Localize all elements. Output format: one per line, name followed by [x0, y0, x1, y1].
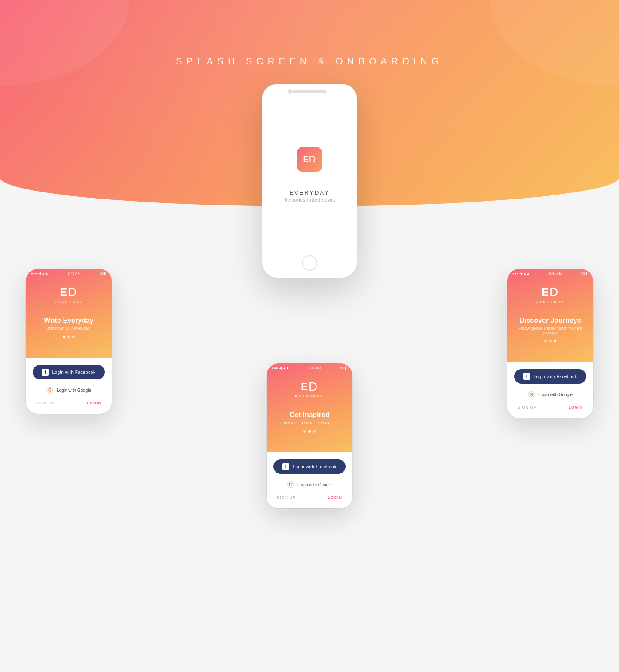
- left-dot-1: [63, 336, 65, 338]
- left-status-right: 5G ▌: [100, 272, 107, 275]
- phones-row: ●●● ◀ ▲▲ 9:41 AM 5G ▌ E D EVERYDAY Write…: [0, 243, 619, 508]
- right-logo-area: E D EVERYDAY: [507, 278, 593, 308]
- left-tagline-area: Write Everyday Jots down your everyday.: [26, 308, 112, 330]
- left-dots: [26, 336, 112, 345]
- center-logo-area: E D EVERYDAY: [267, 372, 352, 403]
- center-logo-e: E: [301, 382, 309, 392]
- left-logo-d: D: [68, 286, 77, 298]
- center-status-bar: ●●● ◀ ▲▲ 9:41 AM 5G ▌: [267, 363, 352, 372]
- right-phone-gradient: ●●● ◀ ▲▲ 9:41 AM 5G ▌ E D EVERYDAY Disco…: [507, 269, 593, 362]
- left-phone-bottom: f Login with Facebook G Login with Googl…: [26, 358, 112, 414]
- center-logo-d: D: [309, 381, 318, 393]
- left-dot-2: [67, 336, 70, 338]
- right-fb-text: Login with Facebook: [533, 374, 577, 379]
- left-logo-subtitle: EVERYDAY: [55, 300, 83, 304]
- center-login-link[interactable]: LOGIN: [328, 495, 343, 500]
- center-dot-1: [303, 430, 306, 433]
- left-logo: E D: [60, 286, 77, 298]
- right-google-button[interactable]: G Login with Google: [514, 388, 586, 401]
- left-dot-3: [72, 336, 75, 338]
- phone-speaker: [292, 90, 327, 93]
- splash-tagline: Memories jotted down.: [283, 198, 336, 202]
- center-signup-link[interactable]: SIGN UP: [277, 495, 296, 500]
- left-phone-mockup: ●●● ◀ ▲▲ 9:41 AM 5G ▌ E D EVERYDAY Write…: [26, 269, 112, 414]
- center-footer-links: SIGN UP LOGIN: [273, 495, 346, 500]
- center-status-time: 9:41 AM: [309, 366, 321, 370]
- left-fb-icon: f: [42, 369, 49, 376]
- right-dots: [507, 340, 593, 349]
- right-status-bar: ●●● ◀ ▲▲ 9:41 AM 5G ▌: [507, 269, 593, 278]
- left-logo-e: E: [60, 287, 68, 297]
- left-fb-button[interactable]: f Login with Facebook: [33, 365, 105, 379]
- right-logo: E D: [542, 286, 559, 298]
- section-title: SPLASH SCREEN & ONBOARDING: [0, 0, 619, 67]
- left-logo-area: E D EVERYDAY: [26, 278, 112, 308]
- center-fb-text: Login with Facebook: [293, 464, 336, 469]
- right-phone-bottom: f Login with Facebook G Login with Googl…: [507, 362, 593, 418]
- right-fb-button[interactable]: f Login with Facebook: [514, 369, 586, 384]
- right-google-icon: G: [528, 391, 535, 398]
- right-google-text: Login with Google: [538, 392, 573, 397]
- right-dot-2: [549, 340, 552, 342]
- right-signup-link[interactable]: SIGN UP: [518, 405, 536, 409]
- center-fb-button[interactable]: f Login with Facebook: [273, 459, 346, 474]
- right-tagline-sub: Follow people and be part of their life …: [514, 326, 586, 335]
- right-dot-3: [554, 340, 556, 342]
- right-tagline-main: Discover Journeys: [514, 317, 586, 324]
- center-google-button[interactable]: G Login with Google: [273, 478, 346, 491]
- center-dots: [267, 430, 352, 440]
- left-tagline-sub: Jots down your everyday.: [33, 326, 105, 330]
- right-footer-links: SIGN UP LOGIN: [514, 405, 586, 409]
- center-phone-bottom: f Login with Facebook G Login with Googl…: [267, 452, 352, 508]
- right-tagline-area: Discover Journeys Follow people and be p…: [507, 308, 593, 335]
- right-dot-1: [544, 340, 547, 342]
- left-phone-gradient: ●●● ◀ ▲▲ 9:41 AM 5G ▌ E D EVERYDAY Write…: [26, 269, 112, 358]
- app-icon-inner: E D: [303, 154, 316, 165]
- center-google-text: Login with Google: [297, 483, 332, 487]
- app-icon-d: D: [309, 154, 316, 165]
- left-status-bar: ●●● ◀ ▲▲ 9:41 AM 5G ▌: [26, 269, 112, 278]
- center-logo: E D: [301, 381, 318, 393]
- app-icon-e: E: [303, 155, 309, 164]
- center-dot-2: [308, 430, 311, 433]
- left-fb-text: Login with Facebook: [52, 370, 95, 375]
- center-phone-mockup: ●●● ◀ ▲▲ 9:41 AM 5G ▌ E D EVERYDAY Get I…: [267, 363, 352, 508]
- center-tagline-main: Get Inspired: [273, 411, 346, 419]
- left-login-link[interactable]: LOGIN: [87, 401, 102, 405]
- right-login-link[interactable]: LOGIN: [569, 405, 583, 409]
- right-logo-e: E: [542, 287, 549, 297]
- right-status-time: 9:41 AM: [549, 272, 562, 275]
- left-google-text: Login with Google: [57, 388, 91, 393]
- phone-camera: [288, 89, 292, 94]
- left-google-button[interactable]: G Login with Google: [33, 384, 105, 397]
- spacer-bottom: [0, 508, 619, 543]
- left-signup-link[interactable]: SIGN UP: [36, 401, 55, 405]
- left-footer-links: SIGN UP LOGIN: [33, 401, 105, 405]
- center-tagline-area: Get Inspired Fresh Inspiration to get yo…: [267, 403, 352, 425]
- center-status-left: ●●● ◀ ▲▲: [272, 366, 289, 370]
- right-phone-mockup: ●●● ◀ ▲▲ 9:41 AM 5G ▌ E D EVERYDAY Disco…: [507, 269, 593, 418]
- right-logo-d: D: [549, 286, 559, 298]
- center-status-right: 5G ▌: [340, 367, 347, 370]
- center-fb-icon: f: [282, 463, 289, 470]
- right-logo-subtitle: EVERYDAY: [536, 300, 565, 304]
- center-logo-subtitle: EVERYDAY: [295, 394, 324, 398]
- left-google-icon: G: [46, 387, 53, 394]
- center-tagline-sub: Fresh Inspiration to get you going.: [273, 421, 346, 425]
- splash-screen: E D EVERYDAY Memories jotted down.: [267, 97, 352, 252]
- center-dot-3: [313, 430, 316, 433]
- right-status-left: ●●● ◀ ▲▲: [512, 272, 530, 275]
- center-phone-gradient: ●●● ◀ ▲▲ 9:41 AM 5G ▌ E D EVERYDAY Get I…: [267, 363, 352, 452]
- center-google-icon: G: [287, 481, 294, 488]
- app-icon: E D: [297, 147, 322, 172]
- right-fb-icon: f: [523, 373, 530, 380]
- left-tagline-main: Write Everyday: [33, 317, 105, 324]
- left-status-time: 9:41 AM: [68, 272, 80, 275]
- splash-app-name: EVERYDAY: [289, 189, 330, 196]
- left-status-left: ●●● ◀ ▲▲: [31, 272, 49, 275]
- right-status-right: 5G ▌: [581, 272, 588, 275]
